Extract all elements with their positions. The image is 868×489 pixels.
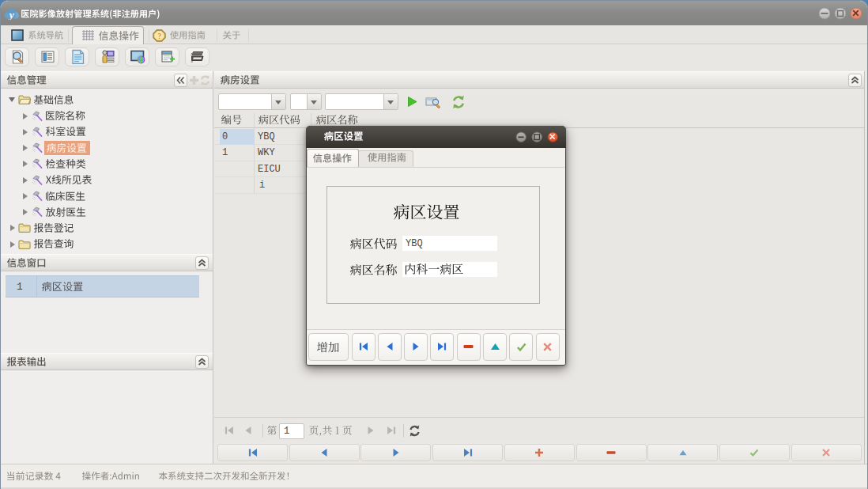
svg-text:?: ? xyxy=(157,32,160,40)
svg-text:y: y xyxy=(8,9,15,20)
